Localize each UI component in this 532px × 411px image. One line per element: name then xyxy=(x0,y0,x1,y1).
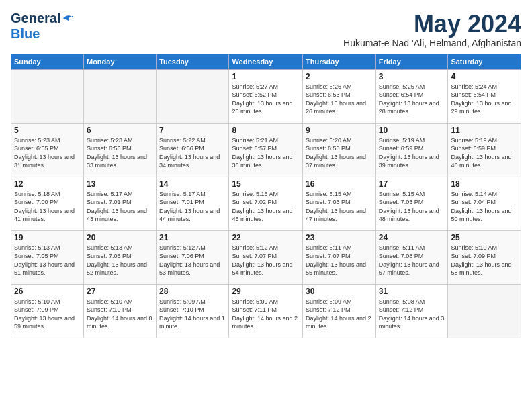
day-number: 19 xyxy=(14,233,81,242)
calendar-cell: 17Sunrise: 5:15 AMSunset: 7:03 PMDayligh… xyxy=(375,177,448,230)
day-info: Sunrise: 5:13 AMSunset: 7:05 PMDaylight:… xyxy=(14,244,81,277)
calendar-cell: 24Sunrise: 5:11 AMSunset: 7:08 PMDayligh… xyxy=(375,230,448,284)
calendar-cell: 18Sunrise: 5:14 AMSunset: 7:04 PMDayligh… xyxy=(448,177,521,230)
day-number: 23 xyxy=(306,233,373,242)
calendar-cell: 31Sunrise: 5:08 AMSunset: 7:12 PMDayligh… xyxy=(375,284,448,338)
day-number: 30 xyxy=(306,287,373,296)
weekday-header-sunday: Sunday xyxy=(11,54,84,69)
title-area: May 2024 Hukumat-e Nad 'Ali, Helmand, Af… xyxy=(343,11,521,48)
calendar-cell: 10Sunrise: 5:19 AMSunset: 6:59 PMDayligh… xyxy=(375,123,448,177)
calendar-cell: 1Sunrise: 5:27 AMSunset: 6:52 PMDaylight… xyxy=(229,69,303,123)
weekday-header-wednesday: Wednesday xyxy=(229,54,303,69)
day-number: 21 xyxy=(159,233,226,242)
day-number: 29 xyxy=(232,287,300,296)
day-number: 12 xyxy=(14,179,81,189)
calendar-cell: 22Sunrise: 5:12 AMSunset: 7:07 PMDayligh… xyxy=(229,230,303,284)
week-row-2: 5Sunrise: 5:23 AMSunset: 6:55 PMDaylight… xyxy=(11,123,521,177)
weekday-header-monday: Monday xyxy=(83,54,156,69)
calendar-cell: 15Sunrise: 5:16 AMSunset: 7:02 PMDayligh… xyxy=(229,177,303,230)
week-row-3: 12Sunrise: 5:18 AMSunset: 7:00 PMDayligh… xyxy=(11,177,521,230)
day-number: 27 xyxy=(87,287,153,296)
day-number: 22 xyxy=(232,233,300,242)
day-number: 18 xyxy=(451,179,518,189)
calendar-cell: 4Sunrise: 5:24 AMSunset: 6:54 PMDaylight… xyxy=(448,69,521,123)
calendar-cell: 19Sunrise: 5:13 AMSunset: 7:05 PMDayligh… xyxy=(11,230,84,284)
day-info: Sunrise: 5:23 AMSunset: 6:56 PMDaylight:… xyxy=(87,136,153,170)
day-info: Sunrise: 5:09 AMSunset: 7:12 PMDaylight:… xyxy=(306,298,373,331)
day-info: Sunrise: 5:09 AMSunset: 7:10 PMDaylight:… xyxy=(159,298,226,331)
day-info: Sunrise: 5:09 AMSunset: 7:11 PMDaylight:… xyxy=(232,298,300,331)
calendar-cell: 16Sunrise: 5:15 AMSunset: 7:03 PMDayligh… xyxy=(303,177,376,230)
calendar-cell: 3Sunrise: 5:25 AMSunset: 6:54 PMDaylight… xyxy=(375,69,448,123)
day-info: Sunrise: 5:25 AMSunset: 6:54 PMDaylight:… xyxy=(379,83,445,116)
day-number: 11 xyxy=(451,126,518,135)
calendar-cell: 27Sunrise: 5:10 AMSunset: 7:10 PMDayligh… xyxy=(83,284,156,338)
weekday-header-thursday: Thursday xyxy=(303,54,376,69)
day-number: 8 xyxy=(232,126,300,135)
calendar-cell xyxy=(83,69,156,123)
day-info: Sunrise: 5:27 AMSunset: 6:52 PMDaylight:… xyxy=(232,83,300,116)
day-number: 25 xyxy=(451,233,518,242)
calendar-cell: 6Sunrise: 5:23 AMSunset: 6:56 PMDaylight… xyxy=(83,123,156,177)
calendar-table: SundayMondayTuesdayWednesdayThursdayFrid… xyxy=(11,54,521,338)
calendar-cell: 5Sunrise: 5:23 AMSunset: 6:55 PMDaylight… xyxy=(11,123,84,177)
calendar-cell: 23Sunrise: 5:11 AMSunset: 7:07 PMDayligh… xyxy=(303,230,376,284)
weekday-header-tuesday: Tuesday xyxy=(157,54,229,69)
day-info: Sunrise: 5:08 AMSunset: 7:12 PMDaylight:… xyxy=(379,298,445,331)
day-info: Sunrise: 5:10 AMSunset: 7:10 PMDaylight:… xyxy=(87,298,153,331)
day-number: 28 xyxy=(159,287,226,296)
day-info: Sunrise: 5:10 AMSunset: 7:09 PMDaylight:… xyxy=(451,244,518,277)
page-header: General Blue May 2024 Hukumat-e Nad 'Ali… xyxy=(11,11,521,48)
weekday-header-saturday: Saturday xyxy=(448,54,521,69)
weekday-header-row: SundayMondayTuesdayWednesdayThursdayFrid… xyxy=(11,54,521,69)
day-info: Sunrise: 5:14 AMSunset: 7:04 PMDaylight:… xyxy=(451,190,518,224)
day-number: 7 xyxy=(159,126,226,135)
day-info: Sunrise: 5:10 AMSunset: 7:09 PMDaylight:… xyxy=(14,298,81,331)
day-number: 20 xyxy=(87,233,153,242)
weekday-header-friday: Friday xyxy=(375,54,448,69)
week-row-1: 1Sunrise: 5:27 AMSunset: 6:52 PMDaylight… xyxy=(11,69,521,123)
day-number: 3 xyxy=(379,72,445,81)
day-number: 2 xyxy=(306,72,373,81)
day-number: 4 xyxy=(451,72,518,81)
day-number: 6 xyxy=(87,126,153,135)
location-subtitle: Hukumat-e Nad 'Ali, Helmand, Afghanistan xyxy=(343,38,521,48)
day-info: Sunrise: 5:12 AMSunset: 7:06 PMDaylight:… xyxy=(159,244,226,277)
calendar-cell: 21Sunrise: 5:12 AMSunset: 7:06 PMDayligh… xyxy=(157,230,229,284)
week-row-4: 19Sunrise: 5:13 AMSunset: 7:05 PMDayligh… xyxy=(11,230,521,284)
day-info: Sunrise: 5:12 AMSunset: 7:07 PMDaylight:… xyxy=(232,244,300,277)
day-number: 16 xyxy=(306,179,373,189)
calendar-cell: 20Sunrise: 5:13 AMSunset: 7:05 PMDayligh… xyxy=(83,230,156,284)
calendar-cell: 12Sunrise: 5:18 AMSunset: 7:00 PMDayligh… xyxy=(11,177,84,230)
calendar-cell xyxy=(11,69,84,123)
day-number: 17 xyxy=(379,179,445,189)
logo-bird-icon xyxy=(62,13,74,25)
day-number: 1 xyxy=(232,72,300,81)
day-number: 13 xyxy=(87,179,153,189)
calendar-cell: 9Sunrise: 5:20 AMSunset: 6:58 PMDaylight… xyxy=(303,123,376,177)
month-title: May 2024 xyxy=(343,11,521,38)
logo: General Blue xyxy=(11,11,74,42)
day-info: Sunrise: 5:26 AMSunset: 6:53 PMDaylight:… xyxy=(306,83,373,116)
calendar-cell: 30Sunrise: 5:09 AMSunset: 7:12 PMDayligh… xyxy=(303,284,376,338)
day-number: 15 xyxy=(232,179,300,189)
day-info: Sunrise: 5:20 AMSunset: 6:58 PMDaylight:… xyxy=(306,136,373,170)
day-info: Sunrise: 5:19 AMSunset: 6:59 PMDaylight:… xyxy=(379,136,445,170)
calendar-cell: 2Sunrise: 5:26 AMSunset: 6:53 PMDaylight… xyxy=(303,69,376,123)
calendar-cell: 14Sunrise: 5:17 AMSunset: 7:01 PMDayligh… xyxy=(157,177,229,230)
day-number: 26 xyxy=(14,287,81,296)
calendar-cell: 13Sunrise: 5:17 AMSunset: 7:01 PMDayligh… xyxy=(83,177,156,230)
day-info: Sunrise: 5:19 AMSunset: 6:59 PMDaylight:… xyxy=(451,136,518,170)
day-info: Sunrise: 5:24 AMSunset: 6:54 PMDaylight:… xyxy=(451,83,518,116)
calendar-cell: 11Sunrise: 5:19 AMSunset: 6:59 PMDayligh… xyxy=(448,123,521,177)
day-info: Sunrise: 5:21 AMSunset: 6:57 PMDaylight:… xyxy=(232,136,300,170)
logo-blue: Blue xyxy=(11,26,40,42)
day-info: Sunrise: 5:11 AMSunset: 7:08 PMDaylight:… xyxy=(379,244,445,277)
calendar-cell: 29Sunrise: 5:09 AMSunset: 7:11 PMDayligh… xyxy=(229,284,303,338)
calendar-cell xyxy=(448,284,521,338)
day-info: Sunrise: 5:17 AMSunset: 7:01 PMDaylight:… xyxy=(87,190,153,224)
calendar-cell: 8Sunrise: 5:21 AMSunset: 6:57 PMDaylight… xyxy=(229,123,303,177)
calendar-cell: 7Sunrise: 5:22 AMSunset: 6:56 PMDaylight… xyxy=(157,123,229,177)
day-info: Sunrise: 5:15 AMSunset: 7:03 PMDaylight:… xyxy=(306,190,373,224)
day-number: 5 xyxy=(14,126,81,135)
